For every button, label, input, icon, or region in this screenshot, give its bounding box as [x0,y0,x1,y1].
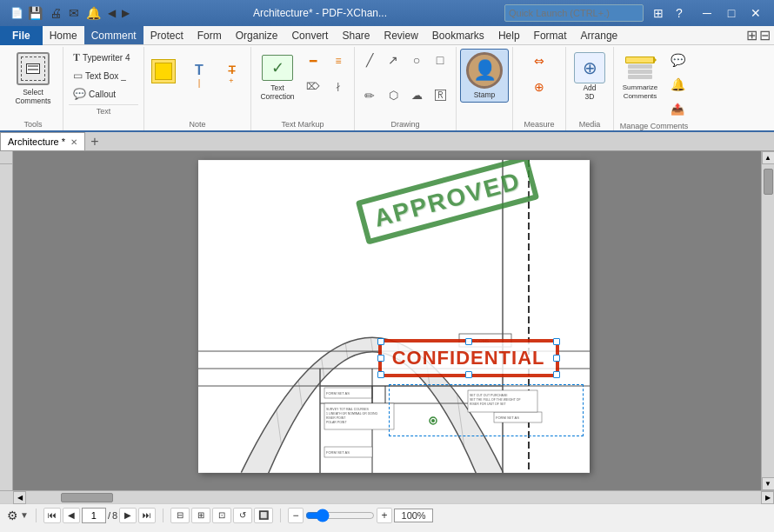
convert-menu[interactable]: Convert [284,26,335,44]
text-correction-btn[interactable]: ✓ TextCorrection [255,49,300,104]
draw-cloud-btn[interactable]: ☁ [405,84,428,107]
menu-bar: File Home Comment Protect Form Organize … [0,26,774,45]
review-menu[interactable]: Review [377,26,424,44]
redo-btn[interactable]: ▶ [119,6,132,20]
tools-group: Select Comments Tools [3,47,63,130]
draw-pen-btn[interactable]: ✏ [358,84,381,107]
minimize-btn[interactable]: ─ [696,4,718,22]
markup-btn2[interactable]: ≡ [326,49,350,73]
insert-text-btn[interactable]: T | [183,49,215,101]
undo-btn[interactable]: ◀ [105,6,118,20]
email-btn[interactable]: ✉ [66,5,82,21]
summarize-comments-btn[interactable]: SummarizeComments [617,49,663,103]
comment-menu[interactable]: Comment [84,26,143,44]
last-page-btn[interactable]: ⏭ [138,508,156,523]
zoom-slider[interactable] [305,509,375,522]
h-scrollbar[interactable]: ◀ ▶ [0,490,774,503]
typewriter-btn[interactable]: 𝐓 Typewriter 4 [69,49,138,66]
arrange-menu[interactable]: Arrange [574,26,625,44]
doc-tab-architecture[interactable]: Architecture * ✕ [0,132,85,150]
scroll-up-btn[interactable]: ▲ [762,151,775,164]
organize-menu[interactable]: Organize [229,26,285,44]
select-comments-btn[interactable]: Select Comments [9,49,57,109]
comment-mgmt-btn2[interactable]: 🔔 [664,73,691,96]
add-3d-btn[interactable]: ⊕ Add3D [570,49,610,104]
layout-btn[interactable]: ⊞ [649,3,668,23]
confidential-stamp-container[interactable]: CONFIDENTIAL [396,391,577,429]
scroll-thumb-v[interactable] [764,169,773,195]
note-btn[interactable] [148,49,183,101]
markup-btn1[interactable]: ━ [301,49,325,73]
scroll-left-btn[interactable]: ◀ [13,491,26,504]
handle-ml [377,355,384,362]
scroll-down-btn[interactable]: ▼ [762,477,775,490]
fit-width-btn[interactable]: ⊟ [170,508,190,523]
rotate-btn[interactable]: ↺ [233,508,252,523]
markup-btn3[interactable]: ⌦ [301,74,325,98]
tools-group-label: Tools [23,118,42,129]
draw-eraser-btn[interactable]: 🅁 [429,84,451,107]
ribbon-collapse-btn[interactable]: ⊟ [759,27,771,43]
h-scroll-track[interactable] [26,491,761,504]
scroll-right-btn[interactable]: ▶ [761,491,774,504]
bookmarks-menu[interactable]: Bookmarks [425,26,491,44]
replace-text-btn[interactable]: T̶ + [216,49,247,101]
canvas-area[interactable]: BEDROOMS FORM SET AS FORM SET AS [13,151,774,490]
close-btn[interactable]: ✕ [744,4,767,22]
form-menu[interactable]: Form [190,26,229,44]
handle-br [553,371,560,378]
doc-tab-close[interactable]: ✕ [70,137,77,147]
comment-mgmt-btn1[interactable]: 💬 [664,49,691,71]
share-menu[interactable]: Share [335,26,377,44]
next-page-btn[interactable]: ▶ [119,508,137,523]
callout-btn[interactable]: 💬 Callout [69,85,138,103]
h-scroll-thumb[interactable] [61,493,113,502]
comment-mgmt-btn3[interactable]: 📤 [664,97,691,120]
quick-launch-input[interactable] [504,4,644,22]
measure-btn2[interactable]: ⊕ [517,75,562,99]
svg-text:SURVEY TOT RAIL COURSES: SURVEY TOT RAIL COURSES [326,408,370,411]
file-menu[interactable]: File [0,26,43,45]
settings-icon[interactable]: ⚙ [7,509,18,522]
actual-size-btn[interactable]: ⊡ [212,508,231,523]
maximize-btn[interactable]: □ [720,4,743,22]
textbox-label: Text Box _ [85,71,126,81]
prev-page-btn[interactable]: ◀ [63,508,80,523]
first-page-btn[interactable]: ⏮ [43,508,61,523]
media-label: Media [579,118,601,129]
help-btn[interactable]: ? [670,3,689,23]
svg-text:FORM SET AS: FORM SET AS [326,391,350,396]
add-tab-btn[interactable]: + [85,132,104,150]
app-icon: 📄 [10,7,23,19]
print-btn[interactable]: 🖨 [47,5,64,21]
page-number-input[interactable] [82,508,106,523]
home-menu[interactable]: Home [43,26,84,44]
stamp-btn[interactable]: 👤 Stamp [460,49,509,103]
drawing-group: ╱ ↗ ○ □ ✏ ⬡ ☁ [355,47,457,130]
snap-btn[interactable]: 🔲 [254,508,273,523]
draw-arrow-btn[interactable]: ↗ [382,49,404,71]
help-menu[interactable]: Help [491,26,527,44]
confidential-stamp: CONFIDENTIAL [378,339,559,377]
save-btn[interactable]: 💾 [25,5,45,21]
drawing-label: Drawing [390,118,419,129]
fit-page-btn[interactable]: ⊞ [191,508,210,523]
ribbon-expand-btn[interactable]: ⊞ [746,27,757,43]
draw-rect-btn[interactable]: □ [429,49,451,71]
notif-btn[interactable]: 🔔 [83,5,103,21]
v-scrollbar[interactable]: ▲ ▼ [761,151,774,490]
protect-menu[interactable]: Protect [143,26,190,44]
draw-line-btn[interactable]: ╱ [358,49,381,71]
draw-polygon-btn[interactable]: ⬡ [382,84,404,107]
zoom-in-btn[interactable]: + [377,508,392,523]
draw-circle-btn[interactable]: ○ [405,49,428,71]
manage-comments-group: SummarizeComments 💬 🔔 📤 Manage Comments [614,47,694,130]
zoom-level[interactable]: 100% [394,509,433,522]
text-box-btn[interactable]: ▭ Text Box _ [69,67,138,84]
zoom-out-btn[interactable]: − [288,508,304,523]
measure-btn1[interactable]: ⇔ [517,49,562,73]
settings-arrow[interactable]: ▼ [20,510,29,520]
tab-bar: Architecture * ✕ + [0,132,774,151]
markup-btn4[interactable]: ∤ [326,74,350,98]
format-menu[interactable]: Format [527,26,574,44]
